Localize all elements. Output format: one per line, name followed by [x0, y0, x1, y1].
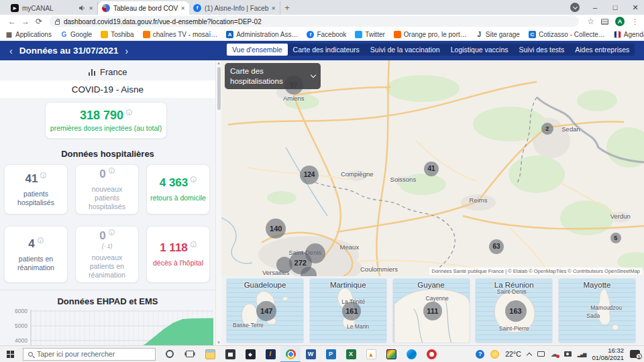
help-icon[interactable]: ? — [476, 350, 484, 359]
photos-icon[interactable] — [381, 346, 401, 362]
orange-icon — [394, 31, 401, 38]
map-city-label: Compiègne — [341, 170, 374, 178]
info-icon[interactable] — [191, 241, 197, 247]
tab-close-icon[interactable]: ✕ — [180, 5, 185, 11]
profile-avatar[interactable]: A — [615, 17, 625, 26]
notification-center-icon[interactable]: 1 — [630, 350, 640, 358]
overseas-hospitalisation-bubble[interactable]: 163 — [505, 300, 527, 322]
tab-search-button[interactable] — [570, 3, 580, 12]
overseas-hospitalisation-bubble[interactable]: 161 — [342, 302, 361, 320]
map-attribution: Données Santé publique France | © Etalab… — [429, 267, 643, 275]
dashboard-tab[interactable]: Carte des indicateurs — [288, 44, 365, 56]
address-bar[interactable]: dashboard.covid19.data.gouv.fr/vue-d-ens… — [50, 16, 579, 27]
overseas-panel-martinique[interactable]: MartiniqueLa TrinitéLe Marin161 — [309, 278, 387, 343]
excel-icon[interactable]: X — [341, 346, 361, 362]
overseas-hospitalisation-bubble[interactable]: 147 — [256, 301, 276, 321]
overseas-hospitalisation-bubble[interactable]: 111 — [423, 302, 442, 320]
dashboard-tab[interactable]: Suivi de la vaccination — [365, 44, 445, 56]
word-icon[interactable]: W — [301, 346, 321, 362]
tab-close-icon[interactable]: ✕ — [89, 5, 93, 11]
map-hospitalisation-bubble[interactable]: 140 — [266, 219, 286, 239]
cloud-sync-icon[interactable]: ☁ — [551, 351, 558, 358]
bookmark-item[interactable]: Agenda Premier Mi… — [614, 31, 644, 38]
vlc-icon[interactable] — [361, 346, 381, 362]
overseas-panel-reunion[interactable]: La RéunionSaint-DenisSaint-Pierre163 — [475, 278, 553, 343]
close-button[interactable]: ✕ — [631, 3, 640, 12]
network-icon[interactable]: ▂▄▆ — [578, 352, 586, 357]
map-hospitalisation-bubble[interactable]: 272 — [289, 251, 312, 274]
hospitalisations-map[interactable]: AmiensSedanCompiègneSoissonsReimsMeauxSa… — [221, 60, 644, 276]
info-icon[interactable] — [40, 172, 46, 178]
map-layer-selector[interactable]: Carte des hospitalisations — [225, 63, 321, 89]
bookmark-item[interactable]: GGoogle — [60, 31, 92, 38]
taskbar-search[interactable]: Taper ici pour rechercher — [23, 348, 156, 361]
region-selector-france[interactable]: France — [0, 63, 215, 80]
dropbox-icon[interactable] — [240, 346, 260, 362]
map-hospitalisation-bubble[interactable]: 2 — [541, 123, 553, 135]
bookmark-item[interactable]: Twitter — [355, 31, 384, 38]
tab-audio-icon[interactable] — [78, 5, 85, 11]
map-hospitalisation-bubble[interactable]: 41 — [424, 162, 439, 176]
clock[interactable]: 16:32 01/08/2021 — [592, 347, 624, 362]
publisher-icon[interactable]: P — [321, 346, 341, 362]
reading-list-icon[interactable] — [601, 19, 608, 25]
forward-button[interactable]: → — [19, 17, 32, 26]
reload-button[interactable]: ⟳ — [32, 17, 46, 26]
previous-date-button[interactable]: ‹ — [9, 46, 13, 56]
tray-expand-icon[interactable] — [526, 352, 531, 357]
cortana-icon[interactable] — [160, 346, 180, 362]
store-icon[interactable] — [220, 346, 240, 362]
bookmark-item[interactable]: Toshiba — [101, 31, 133, 38]
start-button[interactable] — [0, 346, 20, 362]
bookmark-item[interactable]: JSite garage — [476, 31, 520, 38]
browser-tab[interactable]: myCANAL✕ — [7, 1, 98, 15]
overseas-panel-guadeloupe[interactable]: GuadeloupeBasse-Terre147 — [226, 278, 304, 343]
weather-icon[interactable] — [490, 350, 499, 359]
info-icon[interactable] — [109, 168, 115, 174]
sidebar-scrollbar[interactable]: ▲ ▼ — [215, 60, 221, 345]
menu-kebab-icon[interactable]: ⋮ — [631, 17, 639, 26]
temperature[interactable]: 22°C — [505, 350, 521, 358]
display-tray-icon[interactable] — [537, 351, 545, 357]
back-button[interactable]: ← — [5, 17, 19, 26]
scroll-down-arrow-icon[interactable]: ▼ — [216, 341, 221, 345]
map-hospitalisation-bubble[interactable]: 5 — [610, 233, 621, 243]
camera-tray-icon[interactable] — [564, 351, 572, 357]
bookmark-item[interactable]: fFacebook — [307, 31, 346, 38]
tab-close-icon[interactable]: ✕ — [271, 5, 276, 11]
dashboard-tab[interactable]: Aides entreprises — [570, 44, 635, 56]
maximize-button[interactable]: □ — [610, 3, 620, 11]
new-tab-button[interactable]: + — [280, 1, 294, 15]
overseas-panel-guyane[interactable]: GuyaneCayenne111 — [392, 278, 470, 343]
info-icon[interactable] — [191, 176, 197, 182]
minimize-button[interactable]: – — [590, 3, 600, 11]
bookmark-star-icon[interactable]: ☆ — [587, 17, 594, 26]
file-explorer-icon[interactable] — [200, 346, 220, 362]
scroll-up-arrow-icon[interactable]: ▲ — [216, 61, 221, 65]
info-icon[interactable] — [109, 229, 115, 235]
chrome-icon[interactable] — [280, 346, 301, 362]
shortcut-app-icon[interactable] — [260, 346, 280, 362]
bookmark-item[interactable]: AAdministration Ass… — [226, 31, 298, 38]
scrollbar-thumb[interactable] — [217, 67, 221, 110]
browser-tab[interactable]: Tableau de bord COVID-19 Suivi✕ — [98, 1, 189, 15]
bookmark-item[interactable]: chaînes TV - mosaï… — [143, 31, 218, 38]
overseas-panel-mayotte[interactable]: MayotteMamoudzouSada — [558, 278, 636, 343]
map-hospitalisation-bubble[interactable]: 124 — [300, 166, 319, 184]
window-controls: – □ ✕ — [570, 1, 640, 13]
dashboard-tab[interactable]: Logistique vaccins — [445, 44, 514, 56]
browser-tab[interactable]: f(1) Aisne-Info | Facebook✕ — [189, 1, 280, 15]
edge-icon[interactable] — [401, 346, 421, 362]
info-icon[interactable] — [126, 109, 132, 115]
info-icon[interactable] — [38, 237, 44, 243]
dashboard-tab[interactable]: Suivi des tests — [514, 44, 570, 56]
task-view-icon[interactable] — [180, 346, 200, 362]
bookmark-item[interactable]: Orange pro, le port… — [394, 31, 467, 38]
map-hospitalisation-bubble[interactable]: 63 — [489, 239, 504, 254]
next-date-button[interactable]: › — [125, 46, 129, 56]
opera-icon[interactable] — [421, 346, 441, 362]
stat-value: 4 363 — [160, 176, 197, 190]
bookmark-item[interactable]: ▦Applications — [5, 31, 52, 38]
bookmark-item[interactable]: CCotizasso - Collecte… — [529, 31, 605, 38]
dashboard-tab[interactable]: Vue d'ensemble — [227, 44, 288, 56]
